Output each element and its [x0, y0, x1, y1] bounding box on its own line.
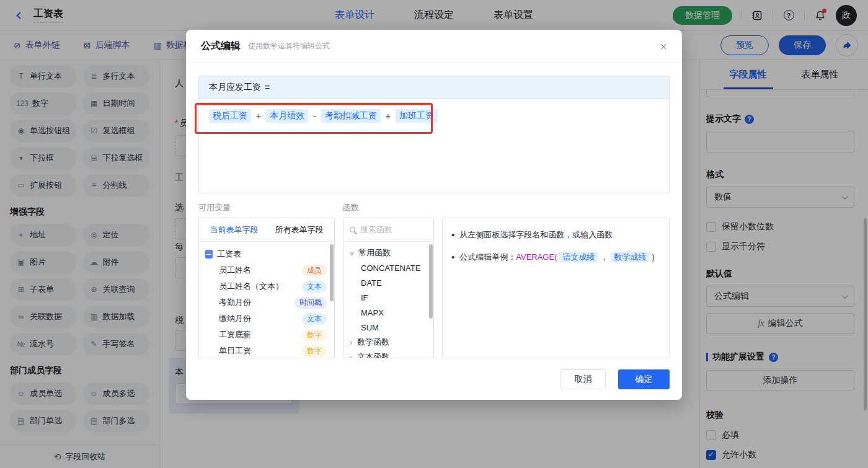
variable-type-tag: 文本	[302, 313, 327, 325]
variable-type-tag: 成员	[302, 265, 327, 276]
column-labels: 可用变量 函数	[198, 202, 670, 213]
variable-type-tag: 数字	[302, 329, 327, 341]
function-search	[343, 218, 433, 242]
form-doc-icon	[205, 250, 213, 258]
scrollbar[interactable]	[330, 244, 334, 301]
variable-type-tag: 文本	[302, 281, 327, 293]
modal-title: 公式编辑	[201, 40, 241, 53]
example-field-tag: 语文成绩	[559, 252, 598, 262]
variables-tab[interactable]: 所有表单字段	[275, 224, 324, 236]
modal-body: 本月应发工资 = 税后工资 + 本月绩效 - 考勤扣减工资 +	[186, 63, 682, 389]
variable-type-tag: 时间戳	[294, 297, 327, 309]
variable-row[interactable]: 员工姓名 成员	[199, 262, 334, 278]
variable-name: 员工姓名	[219, 265, 251, 276]
function-item[interactable]: CONCATENATE	[343, 260, 433, 275]
function-item[interactable]: 文本函数	[343, 350, 433, 358]
modal-footer: 取消 确定	[198, 369, 670, 389]
formula-token[interactable]: 考勤扣减工资	[321, 109, 381, 123]
variable-name: 缴纳月份	[219, 313, 251, 324]
bullet: •	[451, 250, 454, 264]
cancel-button[interactable]: 取消	[560, 369, 606, 389]
formula-token[interactable]: 本月绩效	[266, 109, 308, 123]
variable-row[interactable]: 单日工资 数字	[199, 343, 334, 358]
variable-name: 单日工资	[219, 345, 251, 356]
example-function: AVERAGE(	[516, 252, 557, 262]
variable-row[interactable]: 缴纳月份 文本	[199, 311, 334, 327]
function-item[interactable]: MAPX	[343, 305, 433, 320]
variables-tab[interactable]: 当前表单字段	[210, 224, 259, 236]
function-item[interactable]: SUM	[343, 320, 433, 335]
example-field-tag: 数学成绩	[611, 252, 649, 262]
scrollbar[interactable]	[429, 244, 433, 319]
variable-type-tag: 数字	[302, 345, 327, 357]
function-item[interactable]: DATE	[343, 275, 433, 290]
variables-panel: 当前表单字段 所有表单字段 工资表 员工姓名 成员	[198, 218, 335, 358]
variables-label: 可用变量	[198, 202, 343, 213]
example-close: )	[652, 252, 654, 262]
close-icon[interactable]: ×	[660, 40, 667, 53]
page: 工资表 表单设计 流程设定 表单设置 数据管理 ? 政	[0, 0, 868, 468]
modal-columns: 当前表单字段 所有表单字段 工资表 员工姓名 成员	[198, 218, 670, 358]
function-item[interactable]: IF	[343, 290, 433, 305]
formula-token[interactable]: +	[256, 111, 261, 121]
form-tree-root[interactable]: 工资表	[199, 245, 334, 262]
variable-name: 考勤月份	[219, 297, 251, 308]
form-name: 工资表	[217, 249, 241, 260]
variable-row[interactable]: 考勤月份 时间戳	[199, 294, 334, 311]
variable-name: 员工姓名（文本）	[219, 281, 283, 292]
variables-tabs: 当前表单字段 所有表单字段	[199, 218, 334, 242]
formula-token[interactable]: -	[313, 111, 316, 121]
formula-token[interactable]: 税后工资	[209, 109, 251, 123]
formula-target: 本月应发工资	[209, 82, 261, 93]
functions-label: 函数	[343, 202, 359, 213]
function-list: 常用函数 CONCATENATE DATE IF MAPX SUM 数学函数	[343, 242, 433, 358]
formula-expression[interactable]: 税后工资 + 本月绩效 - 考勤扣减工资 + 加班工资	[199, 99, 669, 133]
example-prefix: 公式编辑举例：	[459, 252, 516, 262]
equals-sign: =	[265, 82, 270, 92]
function-search-input[interactable]	[360, 225, 422, 234]
help-panel: • 从左侧面板选择字段名和函数，或输入函数 • 公式编辑举例：AVERAGE(语…	[442, 218, 670, 358]
formula-edit-modal: 公式编辑 使用数学运算符编辑公式 × 本月应发工资 = 税后工资 + 本月绩效	[186, 30, 682, 400]
formula-token[interactable]: 加班工资	[396, 109, 438, 123]
variable-row[interactable]: 员工姓名（文本） 文本	[199, 278, 334, 294]
modal-header: 公式编辑 使用数学运算符编辑公式 ×	[186, 30, 682, 63]
formula-editor[interactable]: 本月应发工资 = 税后工资 + 本月绩效 - 考勤扣减工资 +	[198, 76, 670, 193]
bullet: •	[451, 228, 454, 242]
functions-panel: 常用函数 CONCATENATE DATE IF MAPX SUM 数学函数	[343, 218, 434, 358]
confirm-button[interactable]: 确定	[618, 369, 670, 389]
search-icon	[350, 227, 355, 232]
help-tip-2: • 公式编辑举例：AVERAGE(语文成绩，数学成绩)	[451, 250, 660, 264]
help-tip-1: • 从左侧面板选择字段名和函数，或输入函数	[451, 228, 660, 242]
function-item[interactable]: 数学函数	[343, 335, 433, 350]
function-item[interactable]: 常用函数	[343, 245, 433, 260]
modal-subtitle: 使用数学运算符编辑公式	[248, 41, 330, 51]
variable-name: 工资底薪	[219, 329, 251, 340]
formula-target-bar: 本月应发工资 =	[199, 76, 669, 99]
variable-row[interactable]: 工资底薪 数字	[199, 327, 334, 343]
formula-token[interactable]: +	[386, 111, 391, 121]
example-comma: ，	[600, 252, 608, 262]
